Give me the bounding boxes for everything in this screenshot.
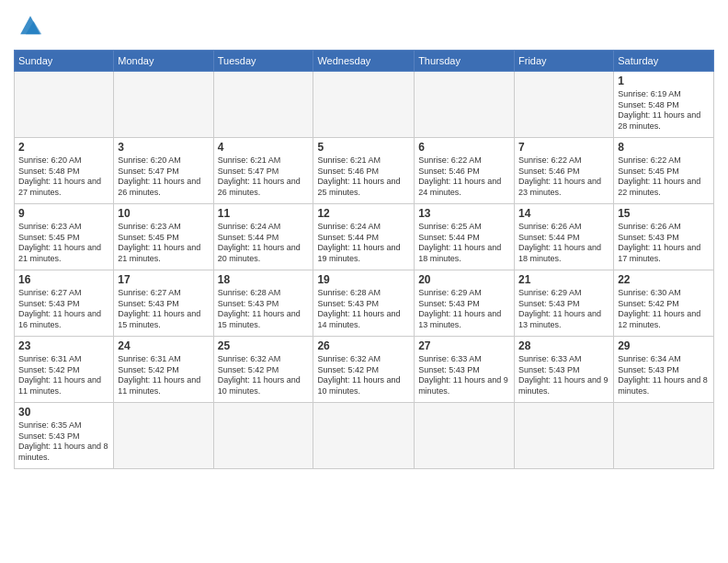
day-number: 7 — [518, 141, 609, 154]
calendar-cell — [114, 403, 213, 469]
calendar-body: 1Sunrise: 6:19 AM Sunset: 5:48 PM Daylig… — [15, 72, 714, 469]
logo-icon — [14, 9, 47, 42]
day-info: Sunrise: 6:35 AM Sunset: 5:43 PM Dayligh… — [18, 420, 109, 464]
day-info: Sunrise: 6:24 AM Sunset: 5:44 PM Dayligh… — [317, 222, 410, 265]
calendar-cell — [213, 72, 313, 138]
day-info: Sunrise: 6:31 AM Sunset: 5:42 PM Dayligh… — [18, 354, 109, 397]
day-number: 8 — [618, 141, 710, 154]
calendar-cell: 2Sunrise: 6:20 AM Sunset: 5:48 PM Daylig… — [15, 138, 114, 204]
day-info: Sunrise: 6:22 AM Sunset: 5:46 PM Dayligh… — [418, 155, 510, 199]
day-number: 19 — [317, 273, 410, 286]
day-info: Sunrise: 6:32 AM Sunset: 5:42 PM Dayligh… — [218, 354, 310, 397]
calendar-cell: 3Sunrise: 6:20 AM Sunset: 5:47 PM Daylig… — [114, 138, 213, 204]
calendar-cell: 13Sunrise: 6:25 AM Sunset: 5:44 PM Dayli… — [415, 204, 515, 270]
calendar-cell: 30Sunrise: 6:35 AM Sunset: 5:43 PM Dayli… — [15, 403, 114, 469]
day-header-saturday: Saturday — [614, 51, 714, 72]
day-info: Sunrise: 6:23 AM Sunset: 5:45 PM Dayligh… — [18, 222, 109, 265]
day-number: 18 — [218, 273, 310, 286]
calendar-cell: 20Sunrise: 6:29 AM Sunset: 5:43 PM Dayli… — [415, 270, 515, 337]
day-number: 14 — [518, 207, 609, 220]
day-header-monday: Monday — [114, 51, 213, 72]
day-number: 6 — [418, 141, 510, 154]
header — [14, 9, 714, 42]
day-info: Sunrise: 6:31 AM Sunset: 5:42 PM Dayligh… — [118, 354, 209, 397]
calendar-cell — [313, 72, 415, 138]
day-info: Sunrise: 6:19 AM Sunset: 5:48 PM Dayligh… — [618, 89, 710, 132]
day-number: 4 — [218, 141, 310, 154]
week-row-3: 16Sunrise: 6:27 AM Sunset: 5:43 PM Dayli… — [15, 270, 714, 337]
day-info: Sunrise: 6:29 AM Sunset: 5:43 PM Dayligh… — [418, 288, 510, 331]
day-info: Sunrise: 6:27 AM Sunset: 5:43 PM Dayligh… — [18, 288, 109, 331]
calendar-cell: 6Sunrise: 6:22 AM Sunset: 5:46 PM Daylig… — [415, 138, 515, 204]
day-number: 22 — [618, 273, 710, 286]
day-number: 23 — [18, 339, 109, 352]
day-info: Sunrise: 6:22 AM Sunset: 5:46 PM Dayligh… — [518, 155, 609, 199]
day-info: Sunrise: 6:20 AM Sunset: 5:48 PM Dayligh… — [18, 155, 109, 199]
calendar-cell: 18Sunrise: 6:28 AM Sunset: 5:43 PM Dayli… — [213, 270, 313, 337]
calendar-header: SundayMondayTuesdayWednesdayThursdayFrid… — [15, 51, 714, 72]
day-number: 5 — [317, 141, 410, 154]
day-info: Sunrise: 6:26 AM Sunset: 5:43 PM Dayligh… — [618, 222, 710, 265]
day-info: Sunrise: 6:29 AM Sunset: 5:43 PM Dayligh… — [518, 288, 609, 331]
calendar-cell: 23Sunrise: 6:31 AM Sunset: 5:42 PM Dayli… — [15, 337, 114, 403]
day-info: Sunrise: 6:32 AM Sunset: 5:42 PM Dayligh… — [317, 354, 410, 397]
calendar-cell: 22Sunrise: 6:30 AM Sunset: 5:42 PM Dayli… — [614, 270, 714, 337]
day-number: 10 — [118, 207, 209, 220]
calendar-cell — [415, 72, 515, 138]
calendar-cell: 16Sunrise: 6:27 AM Sunset: 5:43 PM Dayli… — [15, 270, 114, 337]
day-info: Sunrise: 6:34 AM Sunset: 5:43 PM Dayligh… — [618, 354, 710, 397]
calendar-cell: 15Sunrise: 6:26 AM Sunset: 5:43 PM Dayli… — [614, 204, 714, 270]
calendar-cell: 4Sunrise: 6:21 AM Sunset: 5:47 PM Daylig… — [213, 138, 313, 204]
day-info: Sunrise: 6:30 AM Sunset: 5:42 PM Dayligh… — [618, 288, 710, 331]
day-number: 9 — [18, 207, 109, 220]
calendar-cell: 12Sunrise: 6:24 AM Sunset: 5:44 PM Dayli… — [313, 204, 415, 270]
day-number: 21 — [518, 273, 609, 286]
week-row-0: 1Sunrise: 6:19 AM Sunset: 5:48 PM Daylig… — [15, 72, 714, 138]
calendar-cell: 19Sunrise: 6:28 AM Sunset: 5:43 PM Dayli… — [313, 270, 415, 337]
day-number: 1 — [618, 75, 710, 87]
day-number: 25 — [218, 339, 310, 352]
header-row: SundayMondayTuesdayWednesdayThursdayFrid… — [15, 51, 714, 72]
week-row-5: 30Sunrise: 6:35 AM Sunset: 5:43 PM Dayli… — [15, 403, 714, 469]
day-number: 13 — [418, 207, 510, 220]
day-info: Sunrise: 6:24 AM Sunset: 5:44 PM Dayligh… — [218, 222, 310, 265]
calendar-cell: 11Sunrise: 6:24 AM Sunset: 5:44 PM Dayli… — [213, 204, 313, 270]
day-number: 29 — [618, 339, 710, 352]
day-info: Sunrise: 6:33 AM Sunset: 5:43 PM Dayligh… — [518, 354, 609, 397]
calendar-cell — [614, 403, 714, 469]
day-number: 17 — [118, 273, 209, 286]
calendar-cell: 28Sunrise: 6:33 AM Sunset: 5:43 PM Dayli… — [515, 337, 614, 403]
day-number: 24 — [118, 339, 209, 352]
calendar-cell: 27Sunrise: 6:33 AM Sunset: 5:43 PM Dayli… — [415, 337, 515, 403]
calendar-table: SundayMondayTuesdayWednesdayThursdayFrid… — [14, 50, 714, 469]
week-row-2: 9Sunrise: 6:23 AM Sunset: 5:45 PM Daylig… — [15, 204, 714, 270]
day-header-friday: Friday — [515, 51, 614, 72]
day-info: Sunrise: 6:22 AM Sunset: 5:45 PM Dayligh… — [618, 155, 710, 199]
calendar-cell — [313, 403, 415, 469]
day-info: Sunrise: 6:23 AM Sunset: 5:45 PM Dayligh… — [118, 222, 209, 265]
calendar-cell: 25Sunrise: 6:32 AM Sunset: 5:42 PM Dayli… — [213, 337, 313, 403]
day-header-tuesday: Tuesday — [213, 51, 313, 72]
day-info: Sunrise: 6:33 AM Sunset: 5:43 PM Dayligh… — [418, 354, 510, 397]
calendar-cell — [415, 403, 515, 469]
day-info: Sunrise: 6:28 AM Sunset: 5:43 PM Dayligh… — [317, 288, 410, 331]
calendar-cell — [15, 72, 114, 138]
logo — [14, 9, 51, 42]
day-info: Sunrise: 6:26 AM Sunset: 5:44 PM Dayligh… — [518, 222, 609, 265]
day-header-sunday: Sunday — [15, 51, 114, 72]
day-number: 11 — [218, 207, 310, 220]
calendar-cell: 1Sunrise: 6:19 AM Sunset: 5:48 PM Daylig… — [614, 72, 714, 138]
calendar-cell: 9Sunrise: 6:23 AM Sunset: 5:45 PM Daylig… — [15, 204, 114, 270]
day-info: Sunrise: 6:21 AM Sunset: 5:47 PM Dayligh… — [218, 155, 310, 199]
week-row-1: 2Sunrise: 6:20 AM Sunset: 5:48 PM Daylig… — [15, 138, 714, 204]
calendar-cell — [213, 403, 313, 469]
day-number: 26 — [317, 339, 410, 352]
calendar-cell — [515, 72, 614, 138]
day-number: 30 — [18, 406, 109, 419]
day-number: 2 — [18, 141, 109, 154]
calendar-cell: 26Sunrise: 6:32 AM Sunset: 5:42 PM Dayli… — [313, 337, 415, 403]
day-info: Sunrise: 6:28 AM Sunset: 5:43 PM Dayligh… — [218, 288, 310, 331]
day-number: 12 — [317, 207, 410, 220]
calendar-cell: 7Sunrise: 6:22 AM Sunset: 5:46 PM Daylig… — [515, 138, 614, 204]
day-info: Sunrise: 6:21 AM Sunset: 5:46 PM Dayligh… — [317, 155, 410, 199]
